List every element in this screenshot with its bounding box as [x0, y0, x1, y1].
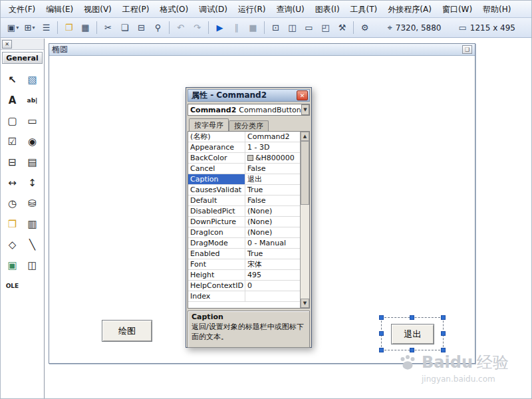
menu-edit[interactable]: 编辑(E) — [41, 1, 78, 17]
properties-window-button[interactable]: ◫ — [285, 20, 300, 35]
tab-alphabetic[interactable]: 按字母序 — [189, 118, 229, 131]
image-icon: ▣ — [7, 259, 17, 271]
property-grid-scrollbar[interactable]: ▲ ▼ — [300, 132, 309, 308]
object-browser-button[interactable]: ◰ — [318, 20, 333, 35]
tool-drivelistbox[interactable]: ⛁ — [23, 196, 42, 211]
menu-diagram[interactable]: 图表(I) — [310, 1, 345, 17]
redo-button[interactable]: ↷ — [190, 20, 205, 35]
cut-button[interactable]: ✂ — [100, 20, 116, 35]
draw-button[interactable]: 绘图 — [102, 320, 152, 342]
tool-listbox[interactable]: ▤ — [23, 154, 42, 170]
resize-handle-n[interactable] — [410, 315, 414, 320]
scroll-up-icon[interactable]: ▲ — [301, 132, 309, 141]
property-row: HelpContextID0 — [188, 281, 300, 291]
description-title: Caption — [192, 313, 306, 323]
tool-optionbutton[interactable]: ◉ — [23, 134, 42, 150]
toolbar-separator — [169, 21, 170, 34]
combobox-icon: ⊟ — [8, 156, 17, 168]
tool-vscrollbar[interactable]: ↕ — [23, 175, 42, 191]
resize-handle-sw[interactable] — [379, 348, 384, 352]
watermark-suffix: 经验 — [477, 352, 509, 373]
tool-checkbox[interactable]: ☑ — [3, 134, 22, 150]
resize-handle-w[interactable] — [379, 331, 384, 336]
resize-handle-nw[interactable] — [379, 315, 384, 320]
menu-run[interactable]: 运行(R) — [233, 1, 271, 17]
project-explorer-button[interactable]: ⊡ — [268, 20, 283, 35]
tool-image[interactable]: ▣ — [3, 257, 22, 273]
save-project-button[interactable]: ▦ — [78, 20, 93, 35]
scroll-down-icon[interactable]: ▼ — [301, 299, 309, 308]
add-form-button[interactable]: ⊞▾ — [22, 20, 37, 35]
size-indicator: ▭ 1215 x 495 — [459, 23, 515, 33]
size-icon: ▭ — [459, 23, 467, 33]
tool-ole[interactable]: OLE — [3, 278, 22, 294]
paste-button[interactable]: ⊟ — [134, 20, 149, 35]
toolbox-button[interactable]: ⚒ — [334, 20, 350, 35]
form-window-button[interactable]: ❑ — [462, 45, 472, 54]
end-button[interactable]: ■ — [245, 20, 261, 35]
tool-combobox[interactable]: ⊟ — [3, 154, 22, 170]
tool-picturebox[interactable]: ▧ — [23, 72, 42, 88]
object-selector[interactable]: Command2 CommandButton ▼ — [188, 104, 310, 116]
tool-textbox[interactable]: ab| — [23, 92, 42, 108]
object-dropdown-arrow-icon[interactable]: ▼ — [301, 104, 309, 115]
menu-help[interactable]: 帮助(H) — [477, 1, 516, 17]
tool-label[interactable]: A — [3, 92, 22, 108]
properties-titlebar[interactable]: 属性 - Command2 ✕ — [188, 89, 310, 102]
break-button[interactable]: ∥ — [229, 20, 244, 35]
tool-shape[interactable]: ◇ — [3, 237, 22, 253]
menu-addins[interactable]: 外接程序(A) — [382, 1, 437, 17]
menu-query[interactable]: 查询(U) — [271, 1, 310, 17]
tool-commandbutton[interactable]: ▭ — [23, 113, 42, 129]
tool-pointer[interactable]: ↖ — [3, 72, 22, 88]
resize-handle-e[interactable] — [441, 331, 446, 336]
find-icon: ⚲ — [155, 23, 162, 33]
open-project-button[interactable]: ❐ — [61, 20, 76, 35]
tool-dirlistbox[interactable]: ❒ — [3, 216, 22, 232]
checkbox-icon: ☑ — [8, 136, 17, 148]
property-row: Appearance1 - 3D — [188, 142, 300, 153]
menu-debug[interactable]: 调试(D) — [194, 1, 233, 17]
tool-filelistbox[interactable]: ▥ — [23, 216, 42, 232]
toolbox-tab-general[interactable]: General — [2, 52, 43, 64]
find-button[interactable]: ⚲ — [150, 20, 166, 35]
redo-icon: ↷ — [194, 23, 201, 33]
filelistbox-icon: ▥ — [27, 218, 37, 230]
project-explorer-icon: ⊡ — [272, 23, 279, 33]
property-row: CancelFalse — [188, 164, 300, 174]
add-project-button[interactable]: ▣▾ — [5, 20, 21, 35]
undo-button[interactable]: ↶ — [173, 20, 188, 35]
tab-categorized[interactable]: 按分类序 — [229, 120, 269, 131]
tool-timer[interactable]: ◷ — [3, 196, 22, 211]
vb6-ide-window: 文件(F) 编辑(E) 视图(V) 工程(P) 格式(O) 调试(D) 运行(R… — [0, 0, 532, 399]
property-row: DefaultFalse — [188, 196, 300, 206]
menu-view[interactable]: 视图(V) — [78, 1, 117, 17]
menu-project[interactable]: 工程(P) — [117, 1, 155, 17]
copy-button[interactable]: ❏ — [117, 20, 132, 35]
data-view-button[interactable]: ⚙ — [357, 20, 372, 35]
tool-line[interactable]: ╲ — [23, 237, 42, 253]
shape-icon: ◇ — [9, 239, 17, 251]
menu-format[interactable]: 格式(O) — [154, 1, 194, 17]
properties-close-button[interactable]: ✕ — [297, 90, 308, 100]
toolbox-close-button[interactable]: ✕ — [2, 40, 12, 49]
tool-hscrollbar[interactable]: ↔ — [3, 175, 22, 191]
menu-window[interactable]: 窗口(W) — [437, 1, 477, 17]
tool-data[interactable]: ◫ — [23, 257, 42, 273]
tool-frame[interactable]: ▢ — [3, 113, 22, 129]
commandbutton-icon: ▭ — [27, 115, 37, 127]
resize-handle-ne[interactable] — [441, 315, 446, 320]
hscrollbar-icon: ↔ — [8, 177, 17, 189]
drivelistbox-icon: ⛁ — [28, 198, 37, 209]
scrollbar-thumb[interactable] — [301, 141, 309, 205]
selection-frame[interactable]: 退出 — [381, 317, 444, 350]
form-layout-button[interactable]: ▭ — [301, 20, 317, 35]
property-row: Height495 — [188, 270, 300, 281]
menu-file[interactable]: 文件(F) — [3, 1, 41, 17]
form-titlebar[interactable]: 椭圆 ❑ — [49, 44, 475, 56]
start-button[interactable]: ▶ — [212, 20, 227, 35]
exit-button[interactable]: 退出 — [391, 324, 434, 344]
menu-editor-button[interactable]: ☰ — [39, 20, 54, 35]
menu-tools[interactable]: 工具(T) — [345, 1, 383, 17]
toolbar-separator — [264, 21, 265, 34]
